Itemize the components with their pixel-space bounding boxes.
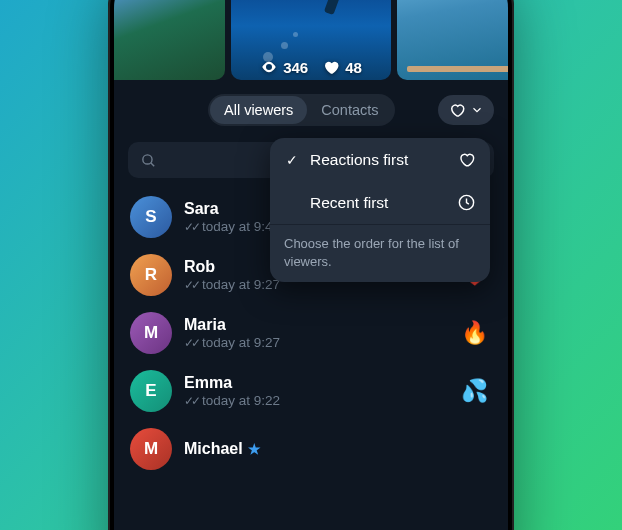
- read-checks-icon: ✓✓: [184, 220, 198, 234]
- sort-menu: ✓ Reactions first Recent first Choose th…: [270, 138, 490, 282]
- check-icon: ✓: [284, 152, 300, 168]
- sort-menu-hint: Choose the order for the list of viewers…: [270, 225, 490, 282]
- sort-option-recent-first[interactable]: Recent first: [270, 181, 490, 224]
- heart-outline-icon: [457, 150, 476, 169]
- view-count-value: 346: [283, 59, 308, 76]
- viewer-time: today at 9:27: [202, 335, 280, 350]
- viewer-name: Michael: [184, 440, 243, 458]
- read-checks-icon: ✓✓: [184, 394, 198, 408]
- avatar: M: [130, 428, 172, 470]
- like-count-value: 48: [345, 59, 362, 76]
- star-icon: ★: [248, 441, 261, 457]
- sort-option-label: Recent first: [310, 194, 447, 212]
- avatar: R: [130, 254, 172, 296]
- sort-option-label: Reactions first: [310, 151, 447, 169]
- viewer-name: Maria: [184, 316, 449, 334]
- screen: 346 48 All viewers Contacts S: [114, 0, 508, 530]
- viewer-row[interactable]: M Maria ✓✓today at 9:27 🔥: [114, 304, 508, 362]
- eye-icon: [260, 58, 278, 76]
- sort-button[interactable]: [438, 95, 494, 125]
- avatar: M: [130, 312, 172, 354]
- viewer-reaction: 💦: [461, 378, 488, 404]
- viewer-row[interactable]: M Michael★: [114, 420, 508, 478]
- viewer-name: Emma: [184, 374, 449, 392]
- read-checks-icon: ✓✓: [184, 336, 198, 350]
- viewer-time: today at 9:22: [202, 393, 280, 408]
- viewer-reaction: 🔥: [461, 320, 488, 346]
- tab-all-viewers[interactable]: All viewers: [210, 96, 307, 124]
- avatar: E: [130, 370, 172, 412]
- avatar: S: [130, 196, 172, 238]
- sort-option-reactions-first[interactable]: ✓ Reactions first: [270, 138, 490, 181]
- tab-contacts[interactable]: Contacts: [307, 96, 392, 124]
- viewer-row[interactable]: E Emma ✓✓today at 9:22 💦: [114, 362, 508, 420]
- viewer-time: today at 9:41: [202, 219, 280, 234]
- viewer-tabs: All viewers Contacts: [208, 94, 395, 126]
- view-count: 346: [260, 58, 308, 76]
- phone-frame: 346 48 All viewers Contacts S: [108, 0, 514, 530]
- story-stats: 346 48: [114, 58, 508, 76]
- chevron-down-icon: [470, 103, 484, 117]
- like-count: 48: [322, 58, 362, 76]
- filter-row: All viewers Contacts: [114, 78, 508, 136]
- clock-icon: [457, 193, 476, 212]
- read-checks-icon: ✓✓: [184, 278, 198, 292]
- viewer-time: today at 9:27: [202, 277, 280, 292]
- heart-icon: [322, 58, 340, 76]
- heart-outline-icon: [448, 101, 466, 119]
